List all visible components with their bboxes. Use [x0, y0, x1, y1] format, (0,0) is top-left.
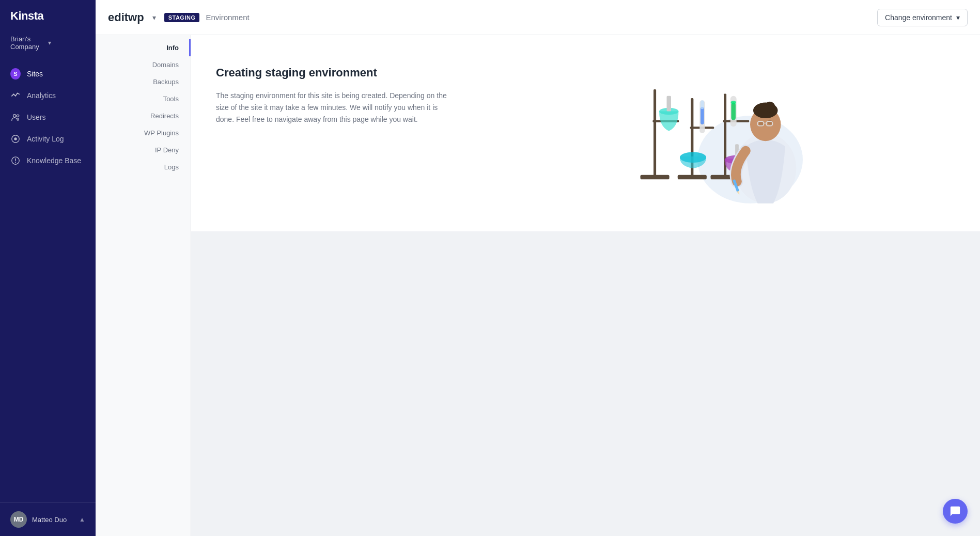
sidebar-item-users[interactable]: Users — [0, 106, 96, 128]
main-area: editwp ▾ STAGING Environment Change envi… — [96, 0, 980, 536]
svg-rect-15 — [700, 107, 704, 124]
change-environment-button[interactable]: Change environment ▾ — [877, 9, 968, 26]
sidebar-item-label: Knowledge Base — [27, 156, 81, 165]
sidebar-item-label: Analytics — [27, 91, 56, 100]
sidebar-item-sites[interactable]: S Sites — [0, 63, 96, 85]
svg-rect-7 — [640, 175, 669, 180]
company-selector[interactable]: Brian's Company ▾ — [0, 31, 96, 59]
sub-nav-logs[interactable]: Logs — [96, 159, 191, 176]
svg-point-29 — [765, 102, 775, 112]
avatar-initials: MD — [14, 516, 24, 523]
sites-icon: S — [10, 69, 21, 79]
content-text-area: Creating staging environment The staging… — [216, 56, 454, 125]
sidebar-item-activity-log[interactable]: Activity Log — [0, 128, 96, 150]
chat-icon — [950, 506, 961, 517]
activity-icon — [10, 134, 21, 144]
users-icon — [10, 112, 21, 122]
sidebar-item-label: Sites — [27, 70, 43, 78]
site-dropdown-button[interactable]: ▾ — [150, 11, 158, 24]
username: Matteo Duo — [32, 516, 74, 524]
sidebar-item-label: Activity Log — [27, 135, 64, 143]
footer-chevron: ▲ — [79, 516, 85, 523]
content-area: Info Domains Backups Tools Redirects WP … — [96, 35, 980, 536]
logo-area: Kinsta — [0, 0, 96, 31]
sub-nav-backups[interactable]: Backups — [96, 73, 191, 90]
env-badge: STAGING — [164, 13, 200, 22]
change-env-chevron: ▾ — [956, 13, 960, 22]
main-nav: S Sites Analytics Users — [0, 59, 96, 502]
sub-nav-redirects[interactable]: Redirects — [96, 107, 191, 124]
page-content: Creating staging environment The staging… — [191, 35, 980, 536]
illustration-area — [474, 56, 955, 211]
knowledge-icon — [10, 155, 21, 166]
page-description: The staging environment for this site is… — [216, 90, 454, 125]
site-name: editwp — [108, 11, 144, 24]
env-label: Environment — [206, 13, 249, 22]
sub-nav-wp-plugins[interactable]: WP Plugins — [96, 124, 191, 141]
analytics-icon — [10, 90, 21, 101]
company-chevron: ▾ — [48, 39, 86, 46]
company-name: Brian's Company — [10, 35, 48, 51]
sidebar-item-analytics[interactable]: Analytics — [0, 85, 96, 106]
content-card: Creating staging environment The staging… — [191, 35, 980, 231]
sub-nav-domains[interactable]: Domains — [96, 56, 191, 73]
chat-button[interactable] — [943, 499, 968, 524]
avatar: MD — [10, 511, 27, 528]
svg-rect-12 — [677, 175, 706, 180]
sidebar-item-knowledge-base[interactable]: Knowledge Base — [0, 150, 96, 171]
lab-illustration — [627, 63, 803, 203]
svg-rect-16 — [700, 100, 704, 109]
svg-rect-21 — [731, 103, 736, 120]
svg-point-3 — [14, 137, 17, 140]
sub-nav: Info Domains Backups Tools Redirects WP … — [96, 35, 191, 536]
top-header: editwp ▾ STAGING Environment Change envi… — [96, 0, 980, 35]
svg-point-1 — [17, 115, 19, 117]
sub-nav-ip-deny[interactable]: IP Deny — [96, 141, 191, 159]
svg-point-22 — [730, 101, 736, 104]
user-footer[interactable]: MD Matteo Duo ▲ — [0, 502, 96, 536]
svg-point-31 — [768, 120, 772, 125]
sidebar: Kinsta Brian's Company ▾ S Sites Analyti… — [0, 0, 96, 536]
page-title: Creating staging environment — [216, 66, 454, 80]
change-env-label: Change environment — [885, 13, 952, 22]
sub-nav-info[interactable]: Info — [96, 39, 191, 56]
svg-point-0 — [13, 115, 16, 117]
svg-rect-6 — [654, 89, 656, 177]
svg-rect-10 — [666, 96, 671, 112]
kinsta-logo: Kinsta — [10, 9, 43, 23]
sub-nav-tools[interactable]: Tools — [96, 90, 191, 107]
sidebar-item-label: Users — [27, 113, 46, 121]
